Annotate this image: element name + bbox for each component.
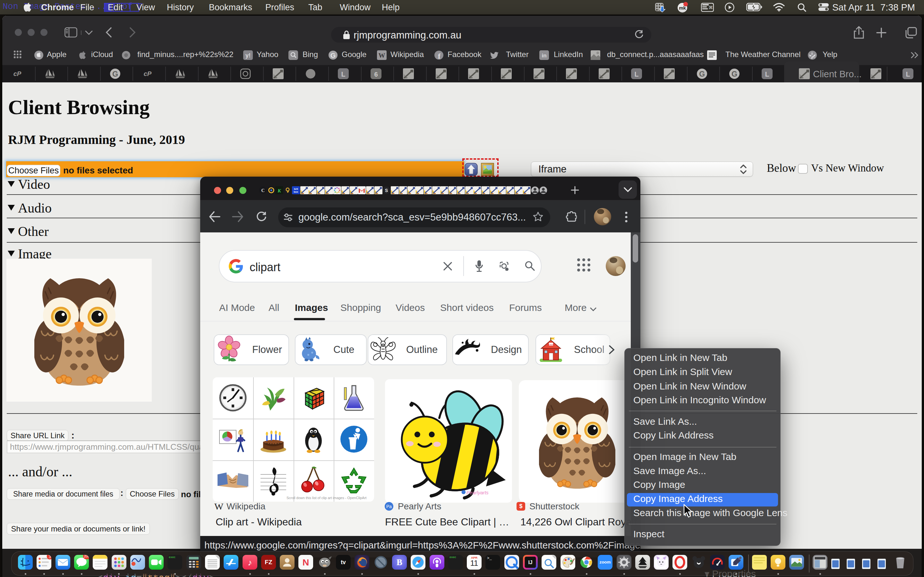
svg-text:W: W xyxy=(379,52,385,59)
svg-text:G: G xyxy=(699,70,705,78)
svg-text:K: K xyxy=(277,188,281,193)
svg-text:SCHOOL: SCHOOL xyxy=(547,343,556,346)
svg-text:y!: y! xyxy=(246,52,250,59)
svg-text:C: C xyxy=(261,188,264,193)
svg-text:Pearlyarts: Pearlyarts xyxy=(467,490,489,495)
svg-text:S: S xyxy=(385,188,388,193)
svg-text:box: box xyxy=(294,190,299,193)
svg-text:G: G xyxy=(112,70,118,78)
svg-text:f: f xyxy=(438,52,441,60)
svg-text:brit: brit xyxy=(294,187,298,190)
svg-text:G: G xyxy=(732,70,737,78)
svg-text:6: 6 xyxy=(374,71,378,78)
svg-text:G: G xyxy=(330,52,336,59)
svg-text:L: L xyxy=(341,71,346,78)
svg-text:cP: cP xyxy=(144,70,152,77)
svg-text:L: L xyxy=(635,71,639,78)
svg-text:in: in xyxy=(541,53,546,59)
svg-text:cP: cP xyxy=(13,70,21,77)
svg-text:L: L xyxy=(765,71,769,78)
svg-text:⌘: ⌘ xyxy=(709,5,713,10)
svg-text:L: L xyxy=(906,71,910,78)
